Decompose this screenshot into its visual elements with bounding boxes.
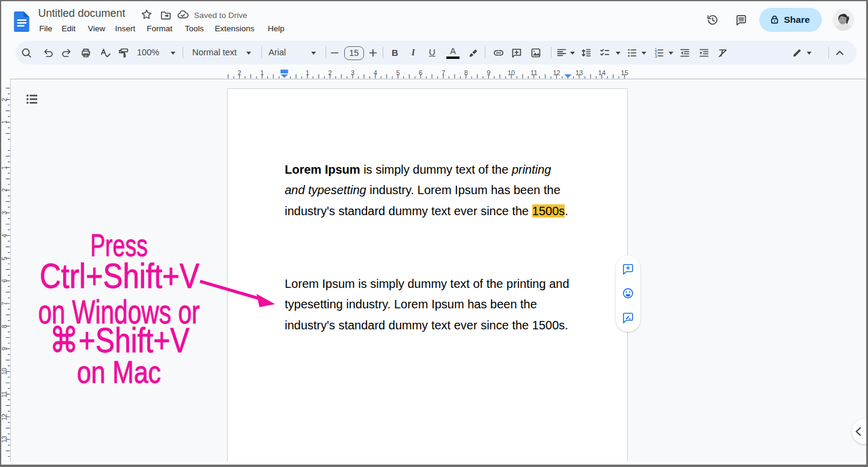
svg-text:3: 3	[655, 54, 657, 58]
